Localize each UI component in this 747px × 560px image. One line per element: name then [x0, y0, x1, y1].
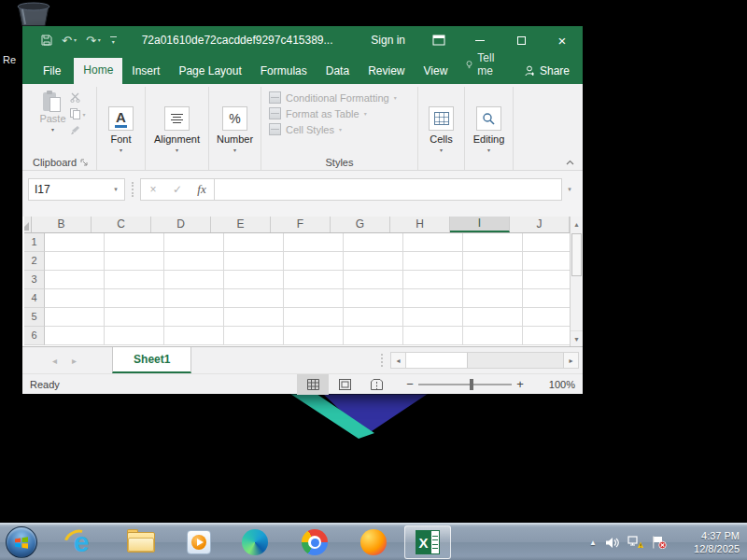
grid-cell[interactable]	[224, 308, 284, 327]
grid-cell[interactable]	[403, 308, 463, 327]
cut-button[interactable]	[70, 92, 85, 103]
grid-cell[interactable]	[403, 233, 463, 252]
tell-me-box[interactable]: Tell me	[457, 46, 512, 84]
name-box-dropdown-icon[interactable]: ▾	[107, 186, 124, 193]
column-header-j[interactable]: J	[510, 217, 570, 232]
sheet-nav-left-icon[interactable]: ◂	[52, 356, 57, 366]
name-box[interactable]: I17 ▾	[28, 178, 125, 201]
grid-cell[interactable]	[284, 308, 344, 327]
grid-cell[interactable]	[224, 271, 284, 289]
grid-cell[interactable]	[523, 271, 570, 289]
undo-button[interactable]: ↶▾	[62, 35, 77, 47]
grid-cell[interactable]	[45, 252, 105, 271]
grid-cell[interactable]	[403, 289, 463, 308]
number-group-collapsed[interactable]: % Number ▾	[209, 87, 261, 170]
recycle-bin-label[interactable]: Re	[3, 54, 16, 65]
conditional-formatting-button[interactable]: Conditional Formatting ▾	[269, 91, 414, 104]
row-header-3[interactable]: 3	[24, 271, 45, 289]
row-header-5[interactable]: 5	[24, 308, 45, 327]
insert-function-button[interactable]: fx	[190, 182, 214, 197]
format-painter-button[interactable]	[70, 125, 85, 135]
grid-cell[interactable]	[45, 327, 105, 345]
chrome-icon[interactable]	[299, 527, 331, 557]
alignment-group-collapsed[interactable]: Alignment ▾	[146, 87, 209, 170]
grid-cell[interactable]	[463, 289, 523, 308]
grid-cell[interactable]	[45, 289, 105, 308]
ribbon-display-options-button[interactable]	[418, 26, 459, 54]
grid-cell[interactable]	[403, 252, 463, 271]
font-group-collapsed[interactable]: A Font ▾	[97, 87, 146, 170]
formula-input[interactable]	[215, 178, 562, 201]
grid-cell[interactable]	[344, 252, 403, 271]
tab-review[interactable]: Review	[359, 59, 414, 84]
column-header-d[interactable]: D	[151, 217, 211, 232]
grid-cell[interactable]	[463, 308, 523, 327]
row-header-6[interactable]: 6	[24, 327, 45, 345]
row-header-1[interactable]: 1	[24, 233, 45, 252]
taskbar-clock[interactable]: 4:37 PM 12/8/2025	[694, 524, 743, 560]
action-center-flag-icon[interactable]	[652, 536, 667, 549]
grid-cell[interactable]	[463, 252, 523, 271]
tab-data[interactable]: Data	[317, 59, 359, 84]
page-break-preview-button[interactable]	[360, 374, 392, 395]
grid-cell[interactable]	[463, 327, 523, 345]
grid-cell[interactable]	[284, 233, 344, 252]
cell-styles-button[interactable]: Cell Styles ▾	[269, 123, 414, 135]
grid-cell[interactable]	[344, 308, 403, 327]
column-header-e[interactable]: E	[211, 217, 271, 232]
grid-cell[interactable]	[284, 252, 344, 271]
internet-explorer-icon[interactable]: e	[65, 527, 97, 557]
scroll-down-icon[interactable]: ▼	[571, 330, 583, 346]
save-icon[interactable]	[41, 35, 52, 46]
grid-cell[interactable]	[224, 233, 284, 252]
column-header-c[interactable]: C	[92, 217, 151, 232]
normal-view-button[interactable]	[297, 374, 329, 395]
grid-cell[interactable]	[164, 271, 224, 289]
grid-cell[interactable]	[523, 327, 570, 345]
format-as-table-button[interactable]: Format as Table ▾	[269, 107, 414, 119]
grid-cell[interactable]	[224, 289, 284, 308]
edge-icon[interactable]	[239, 527, 271, 557]
horizontal-scrollbar[interactable]: ◂ ▸	[390, 352, 579, 369]
grid-cell[interactable]	[105, 252, 164, 271]
grid-cell[interactable]	[403, 327, 463, 345]
grid-cell[interactable]	[105, 308, 164, 327]
grid-cell[interactable]	[164, 289, 224, 308]
start-button[interactable]	[6, 526, 37, 558]
zoom-in-button[interactable]: +	[512, 377, 529, 391]
grid-cell[interactable]	[463, 233, 523, 252]
file-explorer-icon[interactable]	[125, 527, 157, 557]
grid-cell[interactable]	[224, 327, 284, 345]
grid-cell[interactable]	[463, 271, 523, 289]
grid-cell[interactable]	[344, 289, 403, 308]
grid-cell[interactable]	[284, 289, 344, 308]
column-header-b[interactable]: B	[32, 217, 92, 232]
grid-cell[interactable]	[105, 289, 164, 308]
enter-button[interactable]: ✓	[165, 183, 190, 196]
grid-cell[interactable]	[344, 271, 403, 289]
zoom-level[interactable]: 100%	[532, 379, 575, 390]
tab-home[interactable]: Home	[74, 58, 122, 84]
grid-cell[interactable]	[164, 327, 224, 345]
grid-cell[interactable]	[284, 271, 344, 289]
speaker-icon[interactable]	[605, 537, 619, 549]
media-player-icon[interactable]	[183, 527, 215, 557]
grid-cell[interactable]	[45, 308, 105, 327]
sheet-nav-right-icon[interactable]: ▸	[72, 356, 77, 366]
grid-cell[interactable]	[45, 271, 105, 289]
grid-cell[interactable]	[164, 308, 224, 327]
grid-cell[interactable]	[344, 233, 403, 252]
paste-button[interactable]: Paste ▾	[35, 89, 70, 154]
grid-cell[interactable]	[523, 233, 570, 252]
show-hidden-icons-button[interactable]: ▲	[589, 539, 597, 547]
scroll-up-icon[interactable]: ▲	[571, 217, 583, 232]
grid-cell[interactable]	[523, 252, 570, 271]
tab-view[interactable]: View	[415, 59, 458, 84]
close-button[interactable]: ×	[542, 26, 583, 54]
customize-qat-button[interactable]: ▾	[110, 36, 117, 45]
grid-cell[interactable]	[105, 233, 164, 252]
grid-cell[interactable]	[105, 327, 164, 345]
column-header-f[interactable]: F	[271, 217, 331, 232]
vertical-scrollbar-thumb[interactable]	[571, 233, 582, 276]
firefox-icon[interactable]	[358, 527, 389, 557]
